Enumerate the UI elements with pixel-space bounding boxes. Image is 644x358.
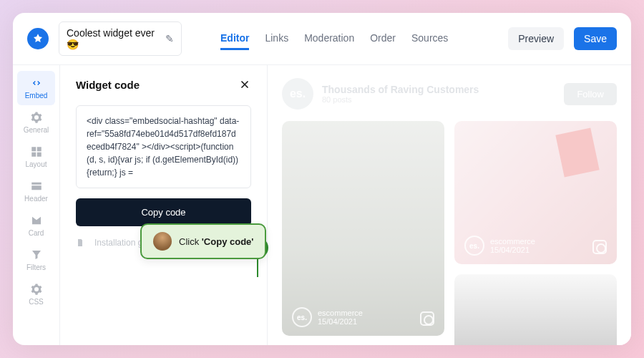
preview-card[interactable]: es. escommerce 15/04/2021: [282, 121, 444, 336]
nav-links[interactable]: Links: [265, 28, 288, 50]
panel-heading: Widget code: [76, 79, 140, 91]
copy-code-button[interactable]: Copy code: [76, 198, 251, 226]
sale-tag: [555, 127, 599, 177]
card-date: 15/04/2021: [490, 246, 535, 254]
header-icon: [30, 180, 43, 193]
nav-editor[interactable]: Editor: [220, 28, 249, 50]
step-connector: [257, 258, 258, 277]
topbar: Coolest widget ever 😎 ✎ Editor Links Mod…: [13, 13, 631, 65]
card-user: escommerce: [318, 309, 363, 317]
sidebar-item-label: General: [24, 126, 49, 134]
preview-header: es. Thousands of Raving Customers 80 pos…: [282, 78, 617, 110]
sidebar-item-label: Layout: [25, 160, 47, 168]
sidebar-item-header[interactable]: Header: [13, 174, 59, 208]
sidebar-item-filters[interactable]: Filters: [13, 243, 59, 277]
sidebar-item-label: Embed: [25, 92, 48, 100]
card-icon: [30, 214, 43, 227]
brand-logo[interactable]: [27, 28, 49, 49]
sidebar-item-card[interactable]: Card: [13, 208, 59, 243]
card-avatar: es.: [292, 307, 312, 327]
sidebar-item-css[interactable]: CSS: [13, 277, 59, 311]
card-avatar: es.: [464, 236, 484, 256]
sidebar-item-label: Filters: [26, 263, 46, 271]
widget-title-input[interactable]: Coolest widget ever 😎 ✎: [59, 21, 182, 56]
sidebar-item-general[interactable]: General: [13, 105, 59, 140]
filter-icon: [30, 248, 43, 261]
preview-subtitle: 80 posts: [322, 95, 479, 104]
preview-button[interactable]: Preview: [508, 27, 564, 50]
save-button[interactable]: Save: [574, 27, 617, 50]
card-user: escommerce: [490, 237, 535, 246]
left-sidebar: Embed General Layout Header Card Filters: [13, 65, 60, 345]
widget-preview: es. Thousands of Raving Customers 80 pos…: [268, 65, 631, 345]
preview-card[interactable]: es. escommerce 15/04/2021: [454, 121, 617, 264]
instagram-icon: [592, 240, 607, 254]
sidebar-item-label: Header: [24, 195, 48, 203]
sidebar-item-label: Card: [29, 229, 44, 237]
preview-title: Thousands of Raving Customers: [322, 84, 479, 95]
tutorial-text: Click 'Copy code': [179, 236, 253, 247]
sidebar-item-embed[interactable]: Embed: [17, 71, 55, 105]
nav-moderation[interactable]: Moderation: [304, 28, 354, 50]
doc-icon: [76, 238, 84, 247]
gear-icon: [30, 111, 43, 124]
tutorial-callout: Click 'Copy code': [140, 223, 266, 259]
widget-title-text: Coolest widget ever 😎: [67, 27, 161, 50]
code-icon: [30, 77, 43, 90]
pencil-icon[interactable]: ✎: [165, 33, 174, 44]
card-date: 15/04/2021: [318, 317, 363, 326]
code-snippet-box[interactable]: <div class="embedsocial-hashtag" data-re…: [76, 105, 251, 188]
sidebar-item-layout[interactable]: Layout: [13, 140, 59, 174]
follow-button[interactable]: Follow: [564, 83, 617, 105]
preview-brand-avatar: es.: [282, 78, 313, 110]
nav-sources[interactable]: Sources: [411, 28, 448, 50]
tutorial-avatar: [153, 232, 172, 251]
preview-card[interactable]: [454, 274, 617, 345]
gear-icon: [30, 283, 43, 296]
preview-grid: es. escommerce 15/04/2021 es.: [282, 121, 617, 345]
instagram-icon: [420, 311, 434, 326]
nav-order[interactable]: Order: [370, 28, 396, 50]
close-icon[interactable]: [238, 78, 251, 91]
layout-icon: [30, 145, 43, 158]
sidebar-item-label: CSS: [29, 298, 44, 306]
embed-panel: Widget code <div class="embedsocial-hash…: [60, 65, 268, 345]
main-nav: Editor Links Moderation Order Sources: [220, 28, 448, 50]
